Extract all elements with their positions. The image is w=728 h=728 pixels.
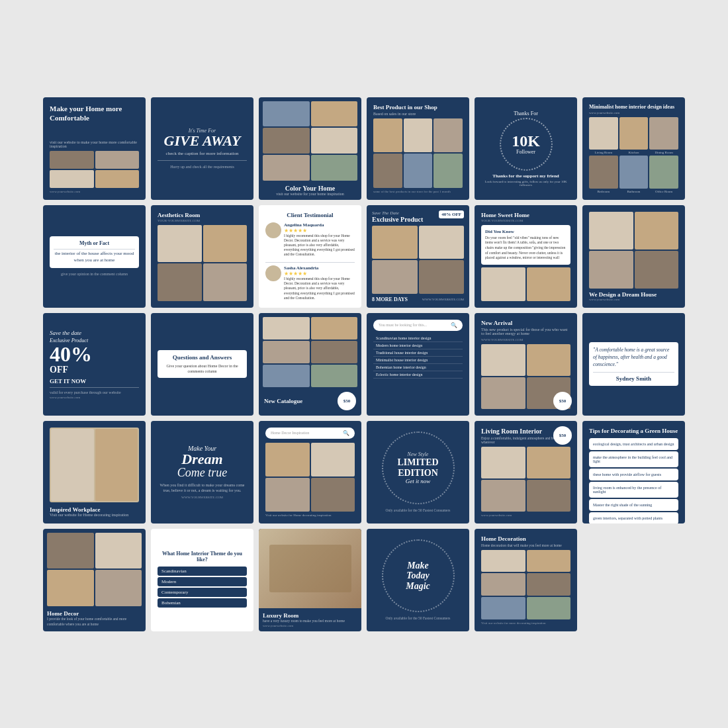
img-c3-3: [263, 128, 310, 154]
card-1-make-comfortable: Make your Home more Comfortable visit ou…: [43, 97, 146, 200]
img-a3: [158, 263, 202, 301]
img-iw1: [51, 429, 94, 501]
img-c4-5: [404, 154, 433, 188]
card-6-minimalist: Minimalist home interior design ideas ww…: [582, 97, 685, 200]
card-5-followers: Thanks For 10K Follower Thanks for the s…: [475, 97, 577, 200]
card2-main: GIVE AWAY: [158, 134, 247, 148]
card13-off: OFF: [50, 365, 139, 375]
img-hs1: [481, 267, 525, 301]
img-lr1: [481, 447, 525, 478]
card15-price: $50: [338, 392, 356, 410]
review2-content: Sasha Alexandria ★★★★★ I highly recommen…: [284, 265, 355, 300]
img-hdi1: [265, 443, 310, 477]
list-item-5: Bohemian home interior design: [373, 364, 463, 371]
card19-desc: Visit our website for Home decorating in…: [50, 513, 139, 517]
card29-website: Visit our website for more decorating in…: [481, 621, 570, 625]
room-col2: Kitchen: [619, 117, 649, 155]
list-item-6: Eclectic home interior design: [373, 371, 463, 379]
tip6: green interiors, separated with potted p…: [589, 512, 678, 523]
card27-title: Luxury Room: [263, 612, 357, 619]
search-results: Scandinavian home interior design Modern…: [373, 335, 463, 379]
card-20-dream: Make Your Dream Come true When you find …: [151, 421, 253, 523]
card17-website: WWW.YOURWEBSITE.COM: [481, 338, 570, 341]
list-item-2: Modern home interior design: [373, 342, 463, 349]
img-hdi2: [311, 443, 355, 477]
circle-decoration: 10K Follower: [500, 118, 553, 171]
card9-title: Client Testimonial: [265, 212, 355, 218]
card-11-home-sweet: Home Sweet Home YOUR YOURWEBSITE.COM Did…: [475, 205, 577, 308]
card5-sub: Look forward to interesting gifts, follo…: [481, 180, 570, 187]
review1-content: Angelina Maquarda ★★★★★ I highly recomme…: [284, 222, 355, 257]
card-18-quote: "A comfortable home is a great source of…: [582, 313, 685, 416]
img-e2: [419, 226, 465, 259]
img-c3-1: [263, 101, 310, 127]
card-12-design-house: We Design a Dream House www.yourwebsite.…: [582, 205, 685, 308]
img-c4-4: [373, 154, 402, 188]
card14-desc: Give your question about Home Decor in t…: [161, 363, 243, 375]
card23-website: www.yourwebsite.com: [481, 514, 570, 517]
img-a2: [203, 225, 248, 263]
card3-subtitle: visit our website for your home inspirat…: [263, 192, 357, 196]
img-na1: [481, 344, 525, 376]
card10-website: WWW.YOURWEBSITE.COM: [422, 298, 464, 301]
card22-cta: Get it now: [406, 478, 431, 484]
img-na2: [527, 344, 571, 376]
card-3-color-home: Color Your Home visit our website for yo…: [259, 97, 361, 200]
option-contemporary[interactable]: Contemporary: [158, 588, 247, 597]
card23-price: $50: [553, 426, 572, 445]
img3: [50, 170, 94, 188]
card27-desc: have a very luxury room to make you feel…: [263, 619, 357, 623]
card2-footer: Hurry up and check all the requirements: [158, 165, 247, 169]
search-box[interactable]: You must be looking for this... 🔍: [373, 320, 463, 331]
option-scandi[interactable]: Scandinavian: [158, 567, 247, 576]
img-hd1: [47, 533, 94, 569]
tip5: Master the right shade of the sunning: [589, 499, 678, 511]
card28-line2: Today: [406, 570, 429, 580]
room-col4: Bedroom: [589, 156, 618, 193]
card12-website: www.yourwebsite.com: [589, 298, 678, 301]
img-m5: [619, 156, 649, 189]
img-iw2: [95, 429, 138, 501]
img-cat1: [263, 317, 310, 340]
avatar2: [265, 265, 281, 281]
hdi-search-box[interactable]: Home Decor Inspiration 🔍: [265, 428, 355, 439]
list-item-1: Scandinavian home interior design: [373, 335, 463, 342]
review1-name: Angelina Maquarda: [284, 222, 355, 228]
card1-website: www.yourwebsite.com: [50, 190, 139, 193]
card7-text: the interior of the house affects your m…: [54, 251, 135, 264]
review1-text: I highly recommend this shop for your Ho…: [284, 234, 355, 257]
img-hdn4: [527, 573, 571, 596]
card-9-testimonial: Client Testimonial Angelina Maquarda ★★★…: [259, 205, 361, 308]
img-e1: [372, 226, 418, 259]
card20-desc: When you find it difficult to make your …: [158, 482, 247, 494]
img-m2: [619, 117, 649, 150]
img-a1: [158, 225, 202, 263]
card28-line3: Magic: [406, 581, 430, 591]
card29-desc: Home decoration that will make you feel …: [481, 543, 570, 547]
card20-line3: Come true: [177, 467, 228, 478]
img-hd2: [95, 533, 142, 569]
card5-thanks: Thanks For: [514, 111, 538, 116]
card10-days: 8 MORE DAYS: [372, 296, 408, 302]
img-cat5: [263, 365, 310, 387]
search-icon-2: 🔍: [343, 430, 349, 436]
img-c3-4: [311, 128, 358, 154]
img-dh1: [589, 212, 633, 250]
img2: [95, 151, 140, 169]
qa-box: Questions and Answers Give your question…: [158, 350, 247, 379]
magic-circle: Make Today Magic: [382, 539, 455, 612]
luxury-img: [259, 529, 361, 608]
didyouknow-box: Did You Know Do your room feel "old vibe…: [481, 225, 570, 265]
img-cat3: [263, 341, 310, 363]
img-c4-2: [404, 118, 433, 153]
grid-container: Make your Home more Comfortable visit ou…: [23, 77, 705, 651]
card-14-qa: Questions and Answers Give your question…: [151, 313, 253, 416]
img-m4: [589, 156, 618, 189]
card-7-myth-fact: Myth or Fact the interior of the house a…: [43, 205, 146, 308]
img-c4-1: [373, 118, 402, 153]
option-modern[interactable]: Modern: [158, 577, 247, 586]
card-21-hdecor-search: Home Decor Inspiration 🔍 Visit our websi…: [259, 421, 361, 523]
img-hdn1: [481, 550, 525, 572]
card7-label: Myth or Fact: [54, 240, 135, 246]
option-bohemian[interactable]: Bohemian: [158, 598, 247, 608]
